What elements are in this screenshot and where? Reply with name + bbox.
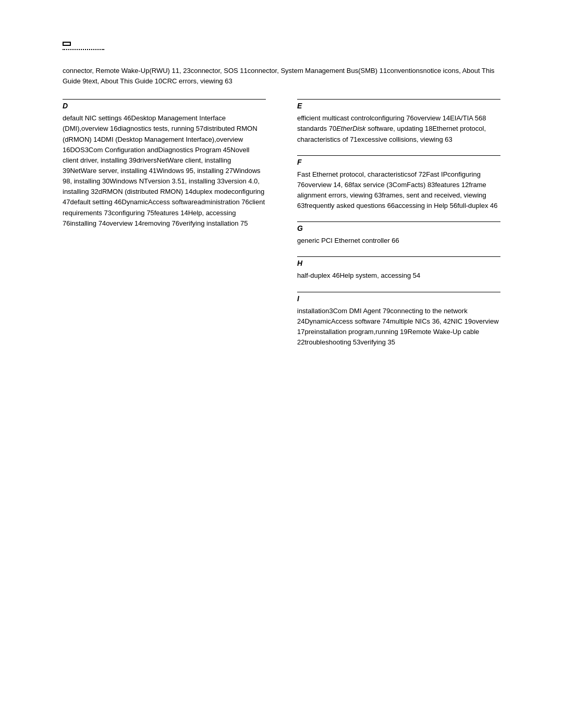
index-entry: excessive collisions, viewing 63	[358, 135, 452, 143]
section-header: H	[297, 256, 500, 267]
index-entry: Fast Ethernet protocol, characteristics	[297, 170, 411, 178]
index-entry: DMI (Desktop Management Interface),	[101, 135, 216, 143]
index-section-h: Hhalf-duplex 46Help system, accessing 54	[297, 256, 500, 281]
index-entry: Diagnostics Program 45	[158, 146, 231, 154]
index-entry: features 12	[435, 181, 469, 189]
index-entry: features 14	[154, 209, 188, 217]
index-entry: overview 16	[81, 125, 117, 132]
index-entry: installation	[297, 307, 329, 315]
index-entry: overview 14	[106, 219, 142, 227]
index-entry: troubleshooting 53	[304, 338, 360, 346]
index-entry: accessing in Help 56	[395, 202, 457, 209]
index-entry: diagnostics tests, running 57	[117, 125, 203, 132]
page: connector, Remote Wake-Up(RWU) 11, 23con…	[0, 0, 563, 728]
index-entry: of 72	[411, 170, 426, 178]
index-entry: 3Com Configuration and	[85, 146, 158, 154]
index-section-g: Ggeneric PCI Ethernet controller 66	[297, 221, 500, 246]
intro-entry: (SMB) 11	[358, 67, 387, 75]
index-entry: full-duplex 46	[457, 202, 497, 209]
index-section-d: Ddefault NIC settings 46Desktop Manageme…	[63, 99, 266, 229]
index-section-i: Iinstallation3Com DMI Agent 79connecting…	[297, 292, 500, 348]
index-entry: configuring 76	[371, 114, 414, 122]
section-letter: D	[63, 102, 266, 110]
index-entry: removing 76	[142, 219, 180, 227]
page-number	[63, 42, 71, 46]
right-column: Eefficient multicast controlconfiguring …	[297, 99, 500, 358]
intro-entry: conventions	[387, 67, 423, 75]
index-entry: preinstallation program,	[304, 328, 375, 336]
index-entry: NetWare server, installing 41	[70, 167, 156, 175]
index-entry: NIC 19	[451, 317, 472, 325]
index-section-e: Eefficient multicast controlconfiguring …	[297, 99, 500, 144]
index-entry: configuring 75	[112, 209, 154, 217]
page-header	[63, 42, 500, 46]
index-entry: multiple NICs 36, 42	[390, 317, 451, 325]
intro-entry: CRC errors, viewing 63	[162, 77, 232, 85]
index-entry: generic PCI Ethernet controller 66	[297, 237, 399, 244]
section-header: I	[297, 292, 500, 303]
index-entry: Windows NT	[109, 177, 148, 185]
two-column-layout: Ddefault NIC settings 46Desktop Manageme…	[63, 99, 500, 358]
index-entry: administration 76	[198, 198, 249, 206]
section-letter: I	[297, 294, 500, 303]
intro-section: connector, Remote Wake-Up(RWU) 11, 23con…	[63, 66, 500, 87]
dots-divider	[63, 49, 104, 50]
index-entry: fax service (3ComFacts) 83	[352, 181, 435, 189]
index-entry: DynamicAccess software 74	[304, 317, 389, 325]
index-entry: verifying 35	[360, 338, 395, 346]
index-section-f: FFast Ethernet protocol, characteristics…	[297, 155, 500, 212]
index-entry: drivers	[137, 156, 157, 164]
index-entry: Help system, accessing 54	[340, 272, 421, 279]
index-entry: version 3.51, installing 33	[148, 177, 225, 185]
index-entry: default setting 46	[70, 198, 121, 206]
section-letter: G	[297, 224, 500, 232]
intro-entry: connector, Remote Wake-Up	[63, 67, 149, 75]
index-entry: DOS	[70, 146, 84, 154]
index-entry: EtherDisk software, updating 18	[336, 125, 432, 132]
intro-entry: (RWU) 11, 23	[149, 67, 190, 75]
index-entry: default NIC settings 46	[63, 114, 131, 122]
index-entry: overview 14	[414, 114, 450, 122]
intro-entry: text, About This Guide 10	[87, 77, 163, 85]
index-entry: overview 14, 68	[304, 181, 352, 189]
intro-entry: connector, System Management Bus	[248, 67, 358, 75]
index-entry: installing 74	[70, 219, 106, 227]
index-entry: 3Com DMI Agent 79	[329, 307, 390, 315]
index-entry: DynamicAccess software	[122, 198, 198, 206]
section-header: D	[63, 99, 266, 110]
index-entry: running 19	[375, 328, 407, 336]
section-header: F	[297, 155, 500, 166]
index-entry: efficient multicast control	[297, 114, 371, 122]
intro-entry: connector, SOS 11	[191, 67, 248, 75]
section-header: E	[297, 99, 500, 110]
left-column: Ddefault NIC settings 46Desktop Manageme…	[63, 99, 266, 358]
index-entry: half-duplex 46	[297, 272, 340, 279]
section-letter: F	[297, 158, 500, 166]
index-entry: Windows 95, installing 27	[156, 167, 233, 175]
section-letter: E	[297, 102, 500, 110]
index-entry: dRMON (distributed RMON) 14	[99, 188, 193, 195]
section-letter: H	[297, 259, 500, 267]
index-entry: verifying installation 75	[179, 219, 248, 227]
index-entry: Fast IP	[426, 170, 447, 178]
index-entry: frequently asked questions 66	[304, 202, 395, 209]
section-header: G	[297, 221, 500, 232]
index-entry: duplex mode	[192, 188, 231, 195]
